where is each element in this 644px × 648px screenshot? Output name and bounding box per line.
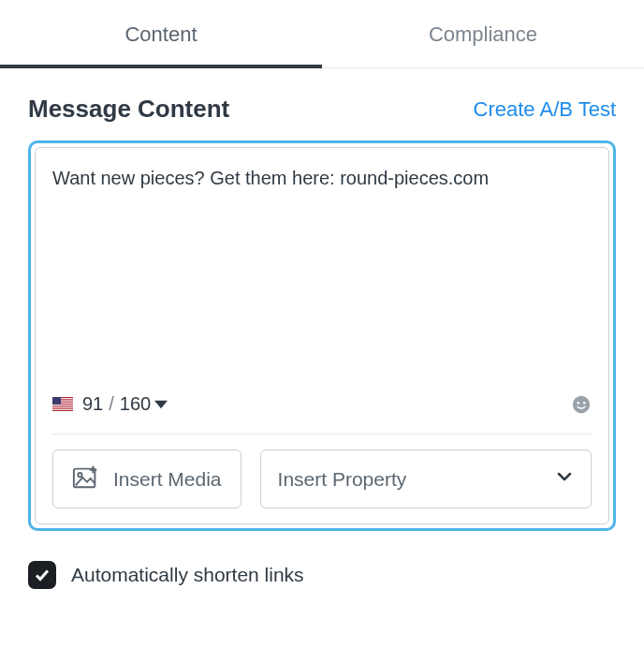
insert-property-label: Insert Property [278, 468, 407, 491]
char-count-current: 91 [82, 393, 103, 415]
insert-property-select[interactable]: Insert Property [260, 449, 592, 508]
svg-point-10 [583, 401, 586, 404]
char-count-sep: / [107, 393, 116, 415]
message-content-section: Message Content Create A/B Test [0, 68, 644, 531]
counter-block: 91 / 160 [52, 393, 168, 415]
create-ab-test-link[interactable]: Create A/B Test [474, 97, 616, 122]
tab-compliance[interactable]: Compliance [322, 0, 644, 67]
message-editor-focus-ring: 91 / 160 [28, 140, 616, 531]
chevron-down-icon [555, 467, 574, 491]
image-plus-icon [72, 464, 100, 494]
shorten-links-checkbox[interactable] [28, 561, 56, 589]
char-count-max: 160 [120, 393, 151, 415]
insert-media-label: Insert Media [113, 468, 222, 491]
section-title: Message Content [28, 95, 229, 124]
svg-rect-6 [52, 409, 73, 410]
char-counter[interactable]: 91 / 160 [82, 393, 168, 415]
tabs: Content Compliance [0, 0, 644, 68]
editor-meta-row: 91 / 160 [52, 384, 592, 415]
message-editor: 91 / 160 [35, 147, 609, 524]
insert-media-button[interactable]: Insert Media [52, 449, 242, 508]
us-flag-icon [52, 397, 73, 411]
svg-point-8 [573, 395, 590, 412]
svg-rect-7 [52, 397, 61, 405]
editor-actions: Insert Media Insert Property [52, 449, 592, 508]
caret-down-icon [154, 398, 168, 411]
editor-divider [52, 434, 592, 434]
section-header: Message Content Create A/B Test [28, 95, 616, 124]
emoji-picker-button[interactable] [571, 394, 592, 415]
svg-rect-5 [52, 406, 73, 407]
svg-point-12 [78, 473, 81, 477]
shorten-links-row: Automatically shorten links [0, 531, 644, 589]
svg-rect-4 [52, 405, 73, 405]
tab-content[interactable]: Content [0, 0, 322, 67]
message-textarea[interactable] [52, 165, 592, 380]
svg-point-9 [578, 401, 580, 404]
shorten-links-label: Automatically shorten links [71, 564, 304, 586]
